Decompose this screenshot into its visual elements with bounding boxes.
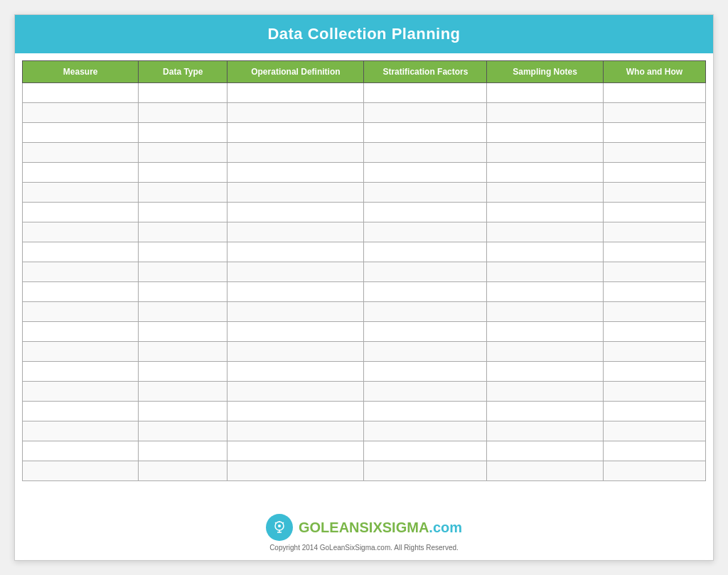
- table-cell[interactable]: [23, 103, 139, 123]
- table-row[interactable]: [23, 123, 706, 143]
- table-cell[interactable]: [228, 163, 364, 183]
- table-row[interactable]: [23, 421, 706, 441]
- table-cell[interactable]: [364, 402, 487, 421]
- table-cell[interactable]: [364, 103, 487, 123]
- table-cell[interactable]: [603, 342, 705, 362]
- table-cell[interactable]: [23, 382, 139, 402]
- table-cell[interactable]: [364, 123, 487, 143]
- table-cell[interactable]: [487, 302, 603, 322]
- table-cell[interactable]: [487, 322, 603, 342]
- table-cell[interactable]: [139, 282, 228, 302]
- table-cell[interactable]: [364, 222, 487, 242]
- table-cell[interactable]: [139, 402, 228, 421]
- table-cell[interactable]: [228, 83, 364, 103]
- table-cell[interactable]: [23, 183, 139, 203]
- table-cell[interactable]: [228, 322, 364, 342]
- table-cell[interactable]: [364, 302, 487, 322]
- table-cell[interactable]: [139, 103, 228, 123]
- table-cell[interactable]: [487, 402, 603, 421]
- table-cell[interactable]: [228, 302, 364, 322]
- table-cell[interactable]: [603, 203, 705, 222]
- table-cell[interactable]: [603, 103, 705, 123]
- table-cell[interactable]: [228, 362, 364, 382]
- table-cell[interactable]: [139, 163, 228, 183]
- table-cell[interactable]: [228, 103, 364, 123]
- table-cell[interactable]: [364, 262, 487, 282]
- table-cell[interactable]: [23, 222, 139, 242]
- table-cell[interactable]: [487, 282, 603, 302]
- table-cell[interactable]: [23, 441, 139, 461]
- table-row[interactable]: [23, 163, 706, 183]
- table-cell[interactable]: [23, 342, 139, 362]
- table-cell[interactable]: [139, 143, 228, 163]
- table-cell[interactable]: [23, 83, 139, 103]
- table-row[interactable]: [23, 342, 706, 362]
- table-cell[interactable]: [23, 402, 139, 421]
- table-cell[interactable]: [23, 123, 139, 143]
- table-cell[interactable]: [228, 262, 364, 282]
- table-row[interactable]: [23, 242, 706, 262]
- table-cell[interactable]: [603, 242, 705, 262]
- table-cell[interactable]: [228, 143, 364, 163]
- table-cell[interactable]: [23, 461, 139, 481]
- table-row[interactable]: [23, 203, 706, 222]
- table-row[interactable]: [23, 282, 706, 302]
- table-cell[interactable]: [139, 242, 228, 262]
- table-cell[interactable]: [487, 123, 603, 143]
- table-cell[interactable]: [139, 421, 228, 441]
- table-cell[interactable]: [487, 441, 603, 461]
- table-cell[interactable]: [603, 83, 705, 103]
- table-cell[interactable]: [228, 203, 364, 222]
- table-cell[interactable]: [364, 322, 487, 342]
- table-cell[interactable]: [23, 302, 139, 322]
- table-row[interactable]: [23, 183, 706, 203]
- table-cell[interactable]: [23, 203, 139, 222]
- table-cell[interactable]: [139, 362, 228, 382]
- table-cell[interactable]: [139, 441, 228, 461]
- table-cell[interactable]: [139, 262, 228, 282]
- table-cell[interactable]: [139, 222, 228, 242]
- table-row[interactable]: [23, 322, 706, 342]
- table-cell[interactable]: [487, 163, 603, 183]
- table-cell[interactable]: [487, 83, 603, 103]
- table-cell[interactable]: [139, 203, 228, 222]
- table-cell[interactable]: [23, 322, 139, 342]
- table-cell[interactable]: [139, 322, 228, 342]
- table-cell[interactable]: [364, 362, 487, 382]
- table-cell[interactable]: [487, 421, 603, 441]
- table-cell[interactable]: [228, 183, 364, 203]
- table-cell[interactable]: [139, 302, 228, 322]
- table-row[interactable]: [23, 143, 706, 163]
- table-cell[interactable]: [364, 203, 487, 222]
- table-row[interactable]: [23, 83, 706, 103]
- table-cell[interactable]: [228, 402, 364, 421]
- table-cell[interactable]: [487, 183, 603, 203]
- table-cell[interactable]: [603, 262, 705, 282]
- table-cell[interactable]: [487, 362, 603, 382]
- table-cell[interactable]: [228, 421, 364, 441]
- table-cell[interactable]: [228, 342, 364, 362]
- table-cell[interactable]: [364, 163, 487, 183]
- table-cell[interactable]: [228, 461, 364, 481]
- table-cell[interactable]: [23, 163, 139, 183]
- table-cell[interactable]: [228, 222, 364, 242]
- table-cell[interactable]: [23, 282, 139, 302]
- table-cell[interactable]: [228, 242, 364, 262]
- table-row[interactable]: [23, 402, 706, 421]
- table-row[interactable]: [23, 461, 706, 481]
- table-cell[interactable]: [364, 83, 487, 103]
- table-cell[interactable]: [487, 203, 603, 222]
- table-cell[interactable]: [228, 282, 364, 302]
- table-cell[interactable]: [364, 461, 487, 481]
- table-cell[interactable]: [603, 282, 705, 302]
- table-cell[interactable]: [228, 123, 364, 143]
- table-cell[interactable]: [364, 421, 487, 441]
- table-row[interactable]: [23, 441, 706, 461]
- table-cell[interactable]: [487, 382, 603, 402]
- table-cell[interactable]: [364, 441, 487, 461]
- table-cell[interactable]: [603, 382, 705, 402]
- table-cell[interactable]: [139, 183, 228, 203]
- table-cell[interactable]: [228, 441, 364, 461]
- table-cell[interactable]: [23, 262, 139, 282]
- table-cell[interactable]: [603, 163, 705, 183]
